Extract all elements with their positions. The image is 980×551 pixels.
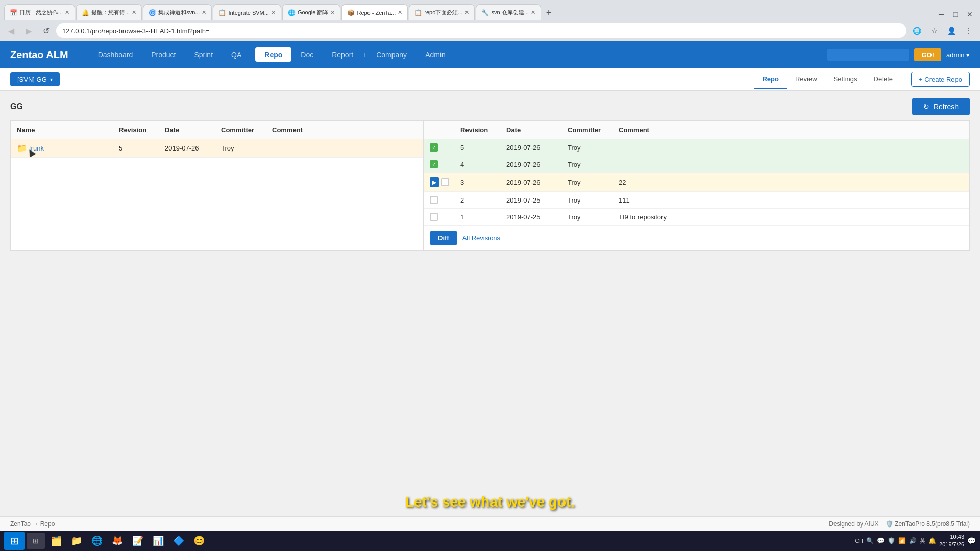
profile-icon[interactable]: 👤: [944, 23, 959, 38]
nav-separator-1: [253, 53, 253, 57]
bookmark-icon[interactable]: ☆: [927, 23, 941, 38]
tab-1-close[interactable]: ✕: [65, 9, 69, 16]
search-input[interactable]: [827, 49, 909, 61]
sub-nav-review[interactable]: Review: [787, 70, 825, 89]
rev-cell-check-2: [430, 196, 460, 204]
window-controls: ─ □ ✕: [931, 8, 980, 20]
nav-separator-2: [364, 53, 365, 57]
tab-3-title: 集成禅道和svn...: [158, 9, 200, 16]
tab-4-close[interactable]: ✕: [271, 9, 276, 16]
tab-7[interactable]: 📋 repo下面必须... ✕: [409, 4, 475, 20]
rev-cell-comment-3: 22: [619, 179, 963, 186]
tab-4-icon: 📋: [218, 9, 226, 16]
minimize-button[interactable]: ─: [935, 8, 947, 20]
taskbar-search[interactable]: ⊞: [27, 533, 45, 549]
create-repo-button[interactable]: + Create Repo: [911, 72, 970, 87]
nav-item-doc[interactable]: Doc: [291, 47, 323, 62]
start-button[interactable]: ⊞: [4, 532, 24, 550]
tab-8-close[interactable]: ✕: [531, 9, 535, 16]
rev-cell-date-5: 2019-07-26: [506, 144, 568, 152]
tray-lang-en: 英: [920, 537, 925, 545]
tab-3[interactable]: 🌀 集成禅道和svn... ✕: [143, 4, 212, 20]
rev-cell-check-1: [430, 213, 460, 221]
revision-table-header: Revision Date Committer Comment: [424, 121, 969, 139]
close-button[interactable]: ✕: [964, 8, 976, 20]
tab-2-close[interactable]: ✕: [132, 9, 136, 16]
go-button[interactable]: GO!: [914, 48, 941, 61]
taskbar-app-8[interactable]: 😊: [190, 532, 208, 550]
tab-8-icon: 🔧: [481, 9, 489, 16]
repo-dropdown-button[interactable]: [SVN] GG ▾: [10, 72, 60, 86]
new-tab-button[interactable]: +: [542, 6, 556, 20]
maximize-button[interactable]: □: [949, 8, 962, 20]
rev-cell-revision-5: 5: [460, 144, 506, 152]
menu-icon[interactable]: ⋮: [962, 23, 976, 38]
taskbar-app-7[interactable]: 🔷: [169, 532, 188, 550]
refresh-button[interactable]: ↻ Refresh: [912, 98, 970, 115]
tab-5-close[interactable]: ✕: [330, 9, 335, 16]
nav-item-company[interactable]: Company: [367, 47, 416, 62]
nav-item-sprint[interactable]: Sprint: [185, 47, 222, 62]
clock-date: 2019/7/26: [939, 541, 964, 548]
tab-7-title: repo下面必须...: [424, 9, 462, 16]
tab-6-active[interactable]: 📦 Repo - ZenTa... ✕: [341, 4, 408, 20]
tab-8[interactable]: 🔧 svn 仓库创建... ✕: [476, 4, 541, 20]
clock-time: 10:43: [939, 533, 964, 541]
nav-item-report[interactable]: Report: [323, 47, 362, 62]
status-right: Designed by AIUX 🛡️ ZenTaoPro 8.5(pro8.5…: [829, 520, 970, 528]
back-button[interactable]: ◀: [4, 23, 18, 38]
checkbox-3[interactable]: [441, 178, 449, 186]
trunk-link[interactable]: trunk: [29, 144, 44, 152]
translate-icon[interactable]: 🌐: [910, 23, 924, 38]
taskbar-app-4[interactable]: 🦊: [108, 532, 127, 550]
diff-button[interactable]: Diff: [430, 231, 457, 245]
nav-item-admin[interactable]: Admin: [416, 47, 455, 62]
tab-5[interactable]: 🌐 Google 翻译 ✕: [282, 4, 341, 20]
tab-6-icon: 📦: [347, 9, 355, 16]
content-panes: Name Revision Date Committer Comment 📁 t…: [0, 120, 980, 261]
checkbox-1[interactable]: [430, 213, 438, 221]
file-col-comment-header: Comment: [272, 126, 417, 134]
tab-6-close[interactable]: ✕: [398, 9, 402, 16]
nav-item-qa[interactable]: QA: [222, 47, 251, 62]
rev-cell-check-5: ✓: [430, 143, 460, 152]
tab-1[interactable]: 📅 日历 - 然之协作... ✕: [4, 4, 75, 20]
taskbar-app-2[interactable]: 📁: [67, 532, 86, 550]
tab-3-close[interactable]: ✕: [202, 9, 206, 16]
nav-item-dashboard[interactable]: Dashboard: [89, 47, 142, 62]
sub-nav-repo[interactable]: Repo: [754, 70, 787, 89]
nav-item-repo[interactable]: Repo: [255, 47, 291, 62]
sub-nav-settings[interactable]: Settings: [825, 70, 866, 89]
sub-nav-delete[interactable]: Delete: [866, 70, 901, 89]
file-table-header: Name Revision Date Committer Comment: [11, 121, 423, 139]
all-revisions-label[interactable]: All Revisions: [462, 234, 500, 242]
checkbox-2[interactable]: [430, 196, 438, 204]
revision-row-3: ▶ 3 2019-07-26 Troy 22: [424, 173, 969, 192]
address-input[interactable]: [56, 23, 906, 38]
rev-cell-committer-4: Troy: [568, 161, 619, 168]
forward-button[interactable]: ▶: [21, 23, 36, 38]
breadcrumb-row: GG ↻ Refresh: [0, 91, 980, 120]
file-cell-date: 2019-07-26: [165, 144, 221, 152]
tab-2[interactable]: 🔔 提醒：您有待... ✕: [76, 4, 142, 20]
admin-label[interactable]: admin ▾: [946, 51, 970, 59]
nav-item-product[interactable]: Product: [142, 47, 185, 62]
tab-2-icon: 🔔: [82, 9, 89, 16]
status-left: ZenTao → Repo: [10, 520, 55, 528]
taskbar-app-5[interactable]: 📝: [129, 532, 147, 550]
taskbar-app-6[interactable]: 📊: [149, 532, 167, 550]
tray-notify[interactable]: 💬: [967, 537, 976, 545]
tab-4[interactable]: 📋 Integrate SVM... ✕: [213, 4, 281, 20]
sub-header: [SVN] GG ▾ Repo Review Settings Delete +…: [0, 68, 980, 91]
tab-6-title: Repo - ZenTa...: [357, 10, 396, 16]
tab-7-close[interactable]: ✕: [464, 9, 469, 16]
rev-cell-check-3: ▶: [430, 177, 460, 187]
taskbar-app-1[interactable]: 🗂️: [47, 532, 65, 550]
taskbar-search-icon: ⊞: [33, 537, 39, 545]
app-logo: Zentao ALM: [10, 49, 68, 61]
checkbox-5[interactable]: ✓: [430, 143, 438, 152]
checkbox-4[interactable]: ✓: [430, 160, 438, 168]
taskbar-app-3[interactable]: 🌐: [88, 532, 106, 550]
file-col-committer-header: Committer: [221, 126, 272, 134]
reload-button[interactable]: ↺: [39, 23, 53, 38]
